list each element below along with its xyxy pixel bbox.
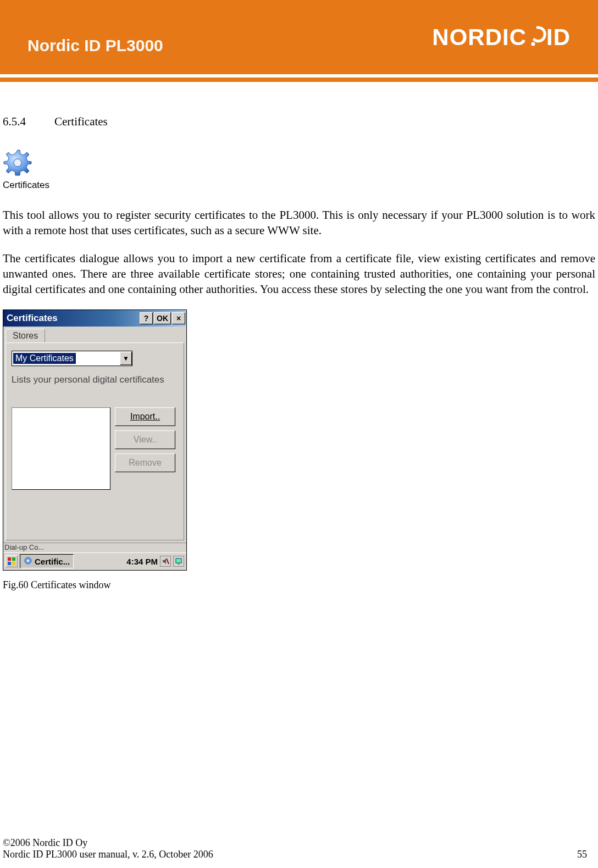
gear-icon — [24, 556, 32, 567]
taskbar-app-button[interactable]: Certific... — [20, 554, 74, 568]
windows-flag-icon — [7, 557, 16, 566]
footer-copyright: ©2006 Nordic ID Oy — [3, 837, 213, 849]
store-description: Lists your personal digital certificates — [12, 374, 178, 385]
view-button: View.. — [115, 430, 175, 449]
system-tray: 4:34 PM — [126, 556, 184, 567]
svg-point-1 — [14, 159, 21, 167]
svg-point-0 — [531, 42, 535, 46]
svg-rect-5 — [12, 562, 15, 565]
svg-rect-4 — [8, 562, 11, 565]
body-paragraph-1: This tool allows you to register securit… — [3, 207, 595, 239]
remove-button: Remove — [115, 454, 175, 472]
tab-stores[interactable]: Stores — [5, 329, 45, 342]
svg-rect-9 — [176, 559, 181, 563]
figure-caption: Fig.60 Certificates window — [3, 579, 595, 591]
chevron-down-icon[interactable]: ▼ — [120, 352, 132, 365]
dialog-underbar: Dial-up Co... — [3, 543, 186, 552]
logo-word-2: ID — [546, 24, 571, 51]
svg-rect-10 — [178, 563, 180, 565]
brand-logo: NORDIC ID — [432, 24, 571, 51]
svg-line-8 — [167, 559, 169, 564]
svg-rect-2 — [8, 557, 11, 561]
header-accent-bar — [0, 78, 598, 82]
certificates-icon-block: Certificates — [3, 148, 595, 191]
volume-icon[interactable] — [160, 556, 171, 567]
store-dropdown-value: My Certificates — [13, 353, 76, 364]
body-paragraph-2: The certificates dialogue allows you to … — [3, 251, 595, 297]
dialog-panel: My Certificates ▼ Lists your personal di… — [5, 342, 184, 540]
certificates-icon-label: Certificates — [3, 180, 595, 191]
section-heading: 6.5.4 Certificates — [3, 115, 595, 129]
certificate-listbox[interactable] — [12, 407, 110, 490]
start-button[interactable] — [5, 555, 18, 567]
page-footer: ©2006 Nordic ID Oy Nordic ID PL3000 user… — [3, 837, 587, 860]
footer-manual-version: Nordic ID PL3000 user manual, v. 2.6, Oc… — [3, 849, 213, 860]
section-title: Certificates — [54, 115, 108, 128]
page-header: Nordic ID PL3000 NORDIC ID — [0, 0, 598, 74]
taskbar: Certific... 4:34 PM — [3, 552, 186, 570]
taskbar-clock: 4:34 PM — [126, 557, 158, 566]
svg-point-7 — [27, 560, 29, 562]
store-dropdown[interactable]: My Certificates ▼ — [12, 351, 132, 366]
help-button[interactable]: ? — [140, 312, 153, 324]
section-number: 6.5.4 — [3, 115, 52, 129]
page-number: 55 — [577, 849, 587, 860]
desktop-icon[interactable] — [173, 556, 184, 567]
logo-word-1: NORDIC — [432, 24, 527, 51]
import-button[interactable]: Import.. — [115, 407, 175, 426]
gear-icon — [3, 148, 595, 178]
close-button[interactable]: × — [172, 312, 185, 324]
taskbar-app-label: Certific... — [35, 557, 70, 566]
logo-swirl-icon — [528, 24, 547, 51]
svg-rect-3 — [12, 557, 15, 561]
ok-button[interactable]: OK — [154, 312, 171, 324]
header-title: Nordic ID PL3000 — [27, 36, 163, 55]
dialog-titlebar: Certificates ? OK × — [3, 310, 186, 327]
certificates-dialog: Certificates ? OK × Stores My Certificat… — [3, 309, 187, 571]
dialog-title: Certificates — [7, 313, 139, 324]
dialog-tab-row: Stores — [3, 327, 186, 342]
